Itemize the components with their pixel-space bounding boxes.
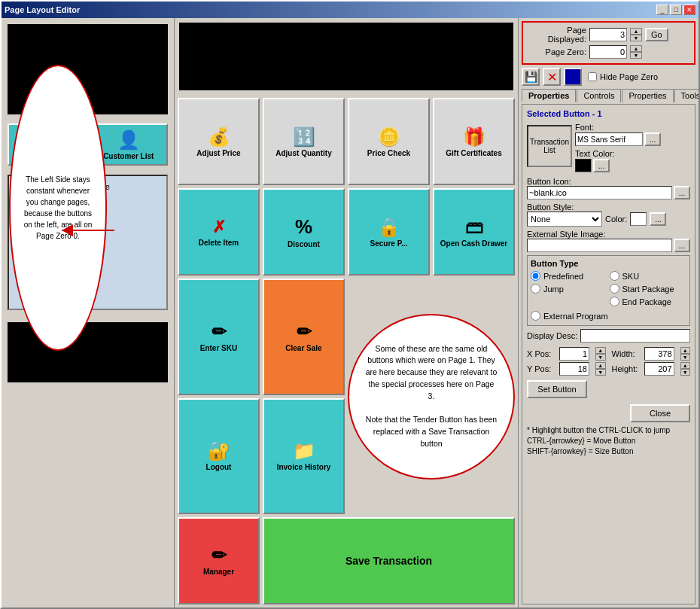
color-browse-button[interactable]: ...: [650, 212, 666, 226]
adjust-quantity-button[interactable]: 🔢 Adjust Quantity: [263, 98, 345, 185]
x-pos-spinner[interactable]: ▲ ▼: [595, 347, 606, 361]
close-window-button[interactable]: ✕: [683, 5, 695, 15]
enter-sku-button[interactable]: ✏ Enter SKU: [178, 279, 260, 394]
clear-sale-button[interactable]: ✏ Clear Sale: [263, 279, 345, 394]
main-display-area: [179, 23, 513, 90]
text-color-browse-button[interactable]: ...: [593, 159, 610, 172]
hide-page-zero-label: Hide Page Zero: [600, 72, 658, 81]
spin-down-width[interactable]: ▼: [680, 354, 691, 361]
button-icon-input[interactable]: [527, 186, 672, 199]
manager-icon: ✏: [212, 545, 227, 566]
radio-sku[interactable]: [610, 271, 619, 281]
radio-start-package[interactable]: [610, 284, 619, 294]
radio-jump-label: Jump: [531, 284, 608, 294]
width-spinner[interactable]: ▲ ▼: [680, 347, 691, 361]
svg-marker-1: [62, 224, 73, 236]
radio-end-package[interactable]: [610, 297, 619, 306]
font-browse-button[interactable]: ...: [644, 132, 661, 146]
y-pos-input[interactable]: [559, 362, 589, 376]
button-type-title: Button Type: [531, 259, 686, 268]
delete-item-icon: ✗: [212, 218, 226, 237]
enter-sku-icon: ✏: [212, 321, 227, 343]
delete-item-button[interactable]: ✗ Delete Item: [178, 188, 260, 276]
discount-button[interactable]: % Discount: [263, 188, 345, 276]
tab-properties-1[interactable]: Properties: [522, 89, 576, 102]
spin-down-height[interactable]: ▼: [680, 369, 691, 376]
invoice-history-button[interactable]: 📁 Invoice History: [263, 398, 345, 514]
external-style-input[interactable]: [527, 239, 672, 252]
button-icon-browse-button[interactable]: ...: [674, 186, 690, 199]
tab-properties-2[interactable]: Properties: [622, 89, 673, 102]
properties-tabs: Properties Controls Properties Tools: [522, 89, 695, 102]
logout-button[interactable]: 🔐 Logout: [178, 398, 260, 514]
color-box[interactable]: [630, 212, 647, 226]
minimize-button[interactable]: _: [656, 5, 668, 15]
radio-jump[interactable]: [531, 284, 540, 294]
maximize-button[interactable]: □: [670, 5, 682, 15]
font-text-color-area: Font: ... Text Color:: [575, 123, 661, 172]
color-toolbar-button[interactable]: [564, 68, 582, 86]
external-style-section: External Style Image: ...: [527, 230, 690, 252]
font-input[interactable]: [575, 132, 643, 146]
height-label: Height:: [612, 364, 638, 373]
page-zero-input[interactable]: [589, 45, 627, 59]
radio-predefined[interactable]: [531, 271, 540, 281]
x-pos-input[interactable]: [559, 347, 589, 361]
open-cash-drawer-button[interactable]: 🗃 Open Cash Drawer: [433, 188, 515, 276]
save-transaction-button[interactable]: Save Transaction: [263, 517, 515, 604]
hint-3: SHIFT-{arrowkey} = Size Button: [527, 446, 690, 457]
adjust-price-icon: 💰: [208, 126, 230, 148]
set-button-button[interactable]: Set Button: [527, 380, 587, 398]
trans-list-font-area: TransactionList Font: ...: [527, 123, 690, 172]
close-button[interactable]: Close: [630, 404, 690, 422]
price-check-button[interactable]: 🪙 Price Check: [348, 98, 430, 185]
gift-certificates-button[interactable]: 🎁 Gift Certificates: [433, 98, 515, 185]
spin-up-x[interactable]: ▲: [595, 347, 606, 354]
title-bar-text: Page Layout Editor: [5, 5, 80, 14]
radio-external[interactable]: [531, 311, 540, 321]
save-toolbar-button[interactable]: 💾: [522, 68, 540, 86]
width-input[interactable]: [644, 347, 674, 361]
spin-up-width[interactable]: ▲: [680, 347, 691, 354]
secure-p-button[interactable]: 🔒 Secure P...: [348, 188, 430, 276]
y-pos-spinner[interactable]: ▲ ▼: [595, 362, 606, 376]
left-callout-bubble: The Left Side stays constant whenever yo…: [9, 65, 107, 351]
adjust-quantity-icon: 🔢: [293, 126, 315, 148]
transaction-list-label: TransactionList: [530, 138, 569, 154]
display-desc-input[interactable]: [580, 329, 690, 343]
spin-down-page-zero[interactable]: ▼: [630, 52, 642, 59]
tab-tools[interactable]: Tools: [674, 89, 698, 102]
page-zero-spinner[interactable]: ▲ ▼: [630, 45, 642, 59]
spin-up-y[interactable]: ▲: [595, 362, 606, 369]
tab-controls[interactable]: Controls: [577, 89, 621, 102]
delete-toolbar-button[interactable]: ✕: [543, 68, 561, 86]
width-label: Width:: [612, 349, 638, 358]
left-callout-arrow: [62, 215, 122, 245]
adjust-price-button[interactable]: 💰 Adjust Price: [178, 98, 260, 185]
external-style-browse-button[interactable]: ...: [674, 239, 690, 252]
button-style-label: Button Style:: [527, 202, 574, 212]
text-color-box[interactable]: [575, 159, 592, 172]
radio-sku-label: SKU: [610, 271, 687, 281]
page-displayed-label: Page Displayed:: [526, 26, 586, 44]
secure-p-icon: 🔒: [378, 217, 400, 238]
y-pos-label: Y Pos:: [527, 364, 553, 373]
manager-button[interactable]: ✏ Manager: [178, 517, 260, 604]
spin-down-page-displayed[interactable]: ▼: [630, 35, 642, 41]
height-input[interactable]: [644, 362, 674, 376]
price-check-icon: 🪙: [378, 126, 400, 148]
font-label-area: Font: ...: [575, 123, 661, 146]
spin-down-x[interactable]: ▼: [595, 354, 606, 361]
spin-down-y[interactable]: ▼: [595, 369, 606, 376]
hide-page-zero-checkbox[interactable]: [588, 72, 597, 81]
spin-up-page-displayed[interactable]: ▲: [630, 28, 642, 35]
height-spinner[interactable]: ▲ ▼: [680, 362, 691, 376]
page-displayed-spinner[interactable]: ▲ ▼: [630, 28, 642, 41]
spin-up-height[interactable]: ▲: [680, 362, 691, 369]
button-icon-label: Button Icon:: [527, 177, 571, 186]
spin-up-page-zero[interactable]: ▲: [630, 45, 642, 52]
button-style-select[interactable]: None: [527, 212, 602, 227]
page-displayed-input[interactable]: [589, 28, 627, 41]
trans-list-area: TransactionList Font: ...: [527, 123, 661, 172]
go-button[interactable]: Go: [645, 28, 668, 41]
